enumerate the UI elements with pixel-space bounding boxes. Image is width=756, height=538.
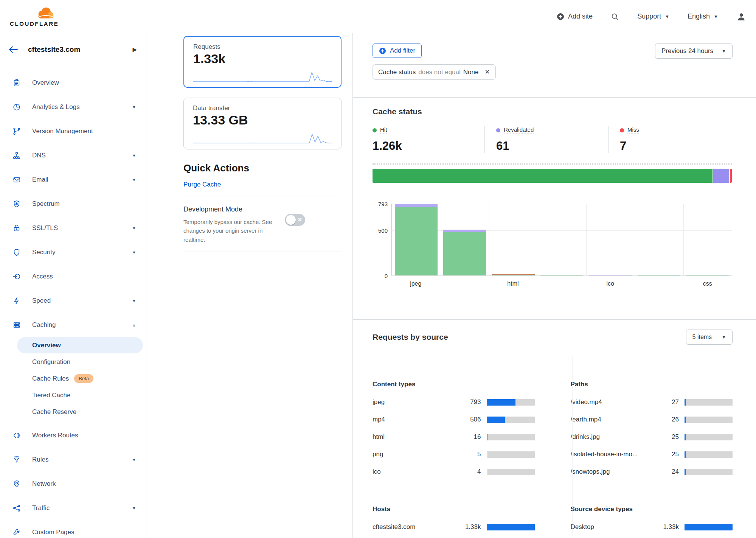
sidebar-item-label: Traffic [32,504,50,512]
sidebar-subitem-label: Cache Reserve [32,408,76,416]
stat-hit: Hit 1.26k [373,126,484,153]
miss-dot-icon [620,128,624,132]
meter-row-html: html16 [373,428,535,446]
meter-row-label: /snowtops.jpg [571,468,655,476]
stacked-segment-hit [373,169,713,183]
sidebar-item-label: Custom Pages [32,529,75,536]
cache-status-section: Cache status Hit 1.26k Revalidated 61 [353,98,756,320]
sidebar-item-label: DNS [32,152,46,159]
search-button[interactable] [611,12,619,21]
sidebar-item-custom-pages[interactable]: Custom Pages [0,520,146,538]
sidebar-item-analytics-logs[interactable]: Analytics & Logs▼ [0,95,146,119]
bar-segment-hit [540,275,583,275]
sidebar-item-workers-routes[interactable]: Workers Routes [0,423,146,448]
stat-revalidated: Revalidated 61 [484,126,608,153]
back-arrow-icon[interactable] [8,45,18,54]
cloudflare-wordmark: CLOUDFLARE [10,20,59,27]
remove-filter-icon[interactable]: ✕ [484,68,490,76]
sidebar-item-security[interactable]: Security▼ [0,240,146,264]
custom-pages-icon [12,528,21,536]
cache-status-title: Cache status [373,107,732,116]
sidebar-subitem-tiered-cache[interactable]: Tiered Cache [17,387,143,403]
gridline [489,204,489,275]
meter-row-cftestsite3-com: cftestsite3.com1.33k [373,518,535,536]
support-menu[interactable]: Support ▼ [637,12,669,20]
meter-row-label: /drinks.jpg [571,433,655,441]
revalidated-dot-icon [496,128,500,132]
sidebar-item-label: Analytics & Logs [32,103,80,111]
add-site-label: Add site [568,12,593,20]
speed-icon [12,297,21,305]
items-count-select[interactable]: 5 items ▼ [686,330,733,345]
cloudflare-logo[interactable]: CLOUDFLARE [10,6,59,27]
language-menu[interactable]: English ▼ [688,12,718,20]
sidebar-item-caching[interactable]: Caching▲ [0,313,146,337]
meter-bar [685,399,733,406]
hosts-heading: Hosts [373,505,535,513]
requests-sparkline [193,69,332,83]
sidebar-item-version-management[interactable]: Version Management [0,119,146,143]
chevron-down-icon: ▼ [722,48,726,54]
hit-label[interactable]: Hit [380,126,387,134]
development-mode-toggle[interactable]: ✕ [285,214,305,226]
sidebar-subitem-cache-rules[interactable]: Cache RulesBeta [17,370,143,387]
vertical-divider [573,356,573,536]
sidebar-item-network[interactable]: Network [0,472,146,496]
user-menu[interactable] [736,12,746,22]
sidebar-item-overview[interactable]: Overview [0,71,146,95]
rules-icon [12,456,21,464]
sidebar-item-ssl-tls[interactable]: SSL/TLS▼ [0,216,146,240]
requests-metric-card[interactable]: Requests 1.33k [183,36,342,88]
meter-row-value: 5 [457,451,481,458]
sidebar-item-spectrum[interactable]: Spectrum [0,192,146,216]
add-site-button[interactable]: Add site [557,12,593,20]
filter-operator: does not equal [418,68,461,76]
meter-row-label: Desktop [571,523,655,531]
data-transfer-sparkline [193,131,332,144]
miss-value: 7 [620,139,732,153]
sidebar-item-speed[interactable]: Speed▼ [0,289,146,313]
data-transfer-metric-card[interactable]: Data transfer 13.33 GB [183,98,342,149]
sidebar-item-rules[interactable]: Rules▼ [0,448,146,472]
content-types-heading: Content types [373,381,535,388]
purge-cache-link[interactable]: Purge Cache [183,181,221,188]
meter-row-ico: ico4 [373,463,535,480]
items-count-label: 5 items [692,334,712,341]
header-actions: Add site Support ▼ English ▼ [557,12,746,22]
meter-bar [487,524,535,530]
meter-row-label: /earth.mp4 [571,416,655,423]
stacked-segment-miss [730,169,732,183]
data-transfer-value: 13.33 GB [193,113,332,128]
meter-row-value: 1.33k [457,523,481,531]
chart-plot-area [391,204,732,276]
paths-table: Paths /video.mp427/earth.mp426/drinks.jp… [571,381,733,480]
sidebar-subitem-configuration[interactable]: Configuration [17,354,143,370]
sidebar-subitem-cache-reserve[interactable]: Cache Reserve [17,404,143,420]
time-range-select[interactable]: Previous 24 hours ▼ [655,44,733,59]
network-icon [12,480,21,488]
sidebar-item-email[interactable]: Email▼ [0,168,146,192]
revalidated-label[interactable]: Revalidated [504,126,534,134]
sidebar-subitem-overview[interactable]: Overview [17,337,143,353]
requests-by-source-header: Requests by source 5 items ▼ [373,330,733,345]
sidebar-item-access[interactable]: Access [0,264,146,289]
hit-value: 1.26k [373,139,484,153]
sidebar-item-label: Speed [32,297,51,305]
dotted-rule [373,163,732,165]
meter-row-label: html [373,433,457,441]
meter-row-label: /video.mp4 [571,398,655,406]
sidebar-item-label: Overview [32,79,59,87]
meter-row-label: /isolated-house-in-mo... [571,451,655,458]
hit-dot-icon [373,128,377,132]
meter-row-value: 506 [457,416,481,423]
meter-row-label: ico [373,468,457,476]
meter-bar [487,399,535,406]
add-filter-button[interactable]: Add filter [373,44,422,58]
meter-bar [487,434,535,440]
chevron-right-icon[interactable]: ▶ [132,46,137,53]
miss-label[interactable]: Miss [627,126,639,134]
sidebar-item-dns[interactable]: DNS▼ [0,143,146,168]
meter-row-value: 1.33k [655,523,679,531]
sidebar-item-traffic[interactable]: Traffic▼ [0,496,146,520]
filter-chip: Cache status does not equal None ✕ [373,64,496,80]
